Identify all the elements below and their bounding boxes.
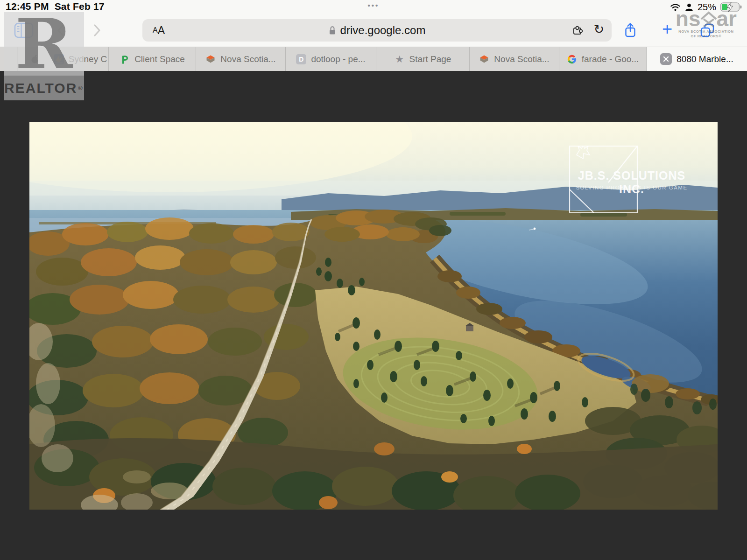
wifi-icon: [670, 2, 681, 12]
sydney-eagle-favicon: [54, 54, 64, 64]
tab-start-page[interactable]: ★ Start Page: [376, 47, 470, 71]
tab-label: farade - Goo...: [582, 54, 639, 64]
tab-bar-spacer: [0, 47, 18, 71]
battery-icon: [720, 1, 743, 13]
apple-icon: [30, 54, 40, 64]
tab-label: Client Space: [134, 54, 185, 64]
forward-icon[interactable]: [93, 24, 101, 37]
tab-farade-google[interactable]: farade - Goo...: [559, 47, 647, 71]
tab-label: Sydney C: [69, 54, 107, 64]
star-icon: ★: [395, 54, 405, 64]
tab-label: 8080 Marble...: [677, 54, 733, 64]
tabs-overview-icon[interactable]: [699, 23, 715, 38]
back-icon[interactable]: [57, 24, 64, 37]
tab-nova-scotia-2[interactable]: Nova Scotia...: [470, 47, 559, 71]
multitask-handle-icon[interactable]: •••: [0, 1, 747, 9]
dotloop-favicon: D: [296, 54, 306, 64]
safari-toolbar: AA drive.google.com ↻ +: [0, 14, 747, 47]
battery-percent: 25%: [698, 2, 716, 13]
tab-8080-marble-active[interactable]: 8080 Marble...: [647, 47, 747, 71]
person-icon: [684, 2, 694, 12]
tab-label: dotloop - pe...: [311, 54, 365, 64]
tab-label: Start Page: [409, 54, 451, 64]
viewpoint-cube-favicon: [479, 54, 489, 64]
status-bar: 12:45 PM Sat Feb 17 ••• 25%: [0, 0, 747, 14]
reload-icon[interactable]: ↻: [593, 22, 604, 37]
aerial-photo-scene: [29, 122, 718, 510]
share-icon[interactable]: [624, 22, 637, 38]
tab-client-space[interactable]: Client Space: [109, 47, 196, 71]
address-bar[interactable]: AA drive.google.com ↻: [142, 19, 612, 42]
listing-photo[interactable]: JB.S. SOLUTIONS INC. SOLVING PROBLEMS IS…: [29, 122, 718, 510]
tab-sydney[interactable]: Sydney C: [52, 47, 109, 71]
viewpoint-cube-favicon: [205, 54, 216, 64]
google-favicon: [567, 54, 577, 64]
close-icon[interactable]: [660, 53, 672, 65]
drive-preview-area: JB.S. SOLUTIONS INC. SOLVING PROBLEMS IS…: [0, 71, 747, 560]
client-space-favicon: [120, 54, 130, 64]
url-text: drive.google.com: [340, 24, 426, 37]
tab-dotloop[interactable]: D dotloop - pe...: [286, 47, 376, 71]
tab-bar: Sydney C Client Space Nova Scotia... D d…: [0, 47, 747, 71]
tab-nova-scotia-1[interactable]: Nova Scotia...: [196, 47, 286, 71]
new-tab-icon[interactable]: +: [662, 19, 672, 39]
tab-apple[interactable]: [18, 47, 52, 71]
sidebar-toggle-icon[interactable]: [14, 22, 34, 38]
lock-icon: [329, 26, 336, 35]
tab-label: Nova Scotia...: [494, 54, 549, 64]
extension-icon[interactable]: [572, 24, 585, 36]
tab-label: Nova Scotia...: [220, 54, 275, 64]
